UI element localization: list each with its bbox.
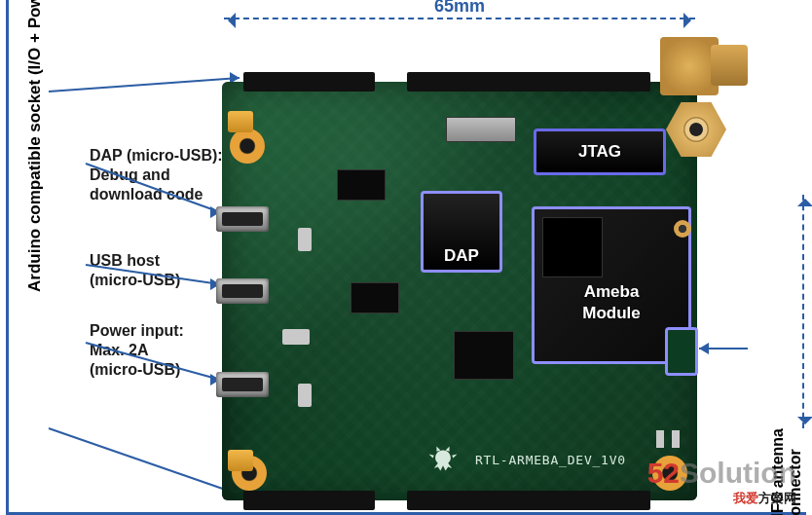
dap-chip: DAP (421, 191, 502, 273)
dimension-width-label: 65mm (428, 0, 491, 17)
realtek-crab-logo-icon (423, 440, 463, 481)
ic-chip (337, 169, 386, 201)
aux-connector (228, 111, 253, 132)
dimension-width: 65mm (224, 2, 695, 22)
watermark: 52Solution 我爱方案网 (647, 457, 796, 507)
header-top-left (243, 72, 375, 92)
dap-label: DAP (444, 246, 479, 266)
header-bottom-right (407, 491, 650, 510)
sma-connector (660, 37, 719, 95)
watermark-word: Solution (680, 457, 796, 489)
ic-chip (454, 331, 514, 380)
aux-connector (228, 450, 253, 471)
watermark-cn-black: 方案网 (758, 491, 796, 505)
jtag-header: JTAG (534, 129, 666, 175)
crystal (446, 117, 516, 142)
watermark-num: 52 (647, 457, 680, 489)
capacitor (298, 384, 312, 407)
callout-dap-usb: DAP (micro-USB): Debug and download code (90, 146, 236, 204)
resistor (672, 430, 680, 448)
ameba-label-2: Module (582, 304, 641, 323)
pcb-board: DAP JTAG Ameba Module RTL-ARMEBA_DEV_1V0 (222, 82, 697, 500)
mounting-hole (230, 129, 265, 164)
capacitor (282, 329, 310, 345)
micro-usb-power (216, 372, 269, 397)
callout-usb-host: USB host (micro-USB) (90, 251, 236, 290)
watermark-cn-red: 我爱 (733, 491, 758, 505)
capacitor (298, 228, 312, 251)
sma-aperture (683, 117, 709, 142)
silkscreen-partno: RTL-ARMEBA_DEV_1V0 (475, 453, 626, 467)
callout-power-input: Power input: Max. 2A (micro-USB) (90, 321, 236, 380)
ameba-label-1: Ameba (584, 282, 640, 302)
header-bottom-left (243, 491, 375, 510)
ic-chip (351, 282, 399, 313)
jtag-label: JTAG (578, 142, 621, 162)
micro-usb-host (216, 278, 269, 304)
ufl-connector (674, 220, 691, 238)
nfc-connector (665, 327, 698, 376)
micro-usb-dap (216, 206, 269, 232)
callout-arduino-socket: Arduino compatible socket (I/O + Power) (25, 0, 45, 292)
resistor (656, 430, 664, 448)
header-top-right (407, 72, 650, 92)
